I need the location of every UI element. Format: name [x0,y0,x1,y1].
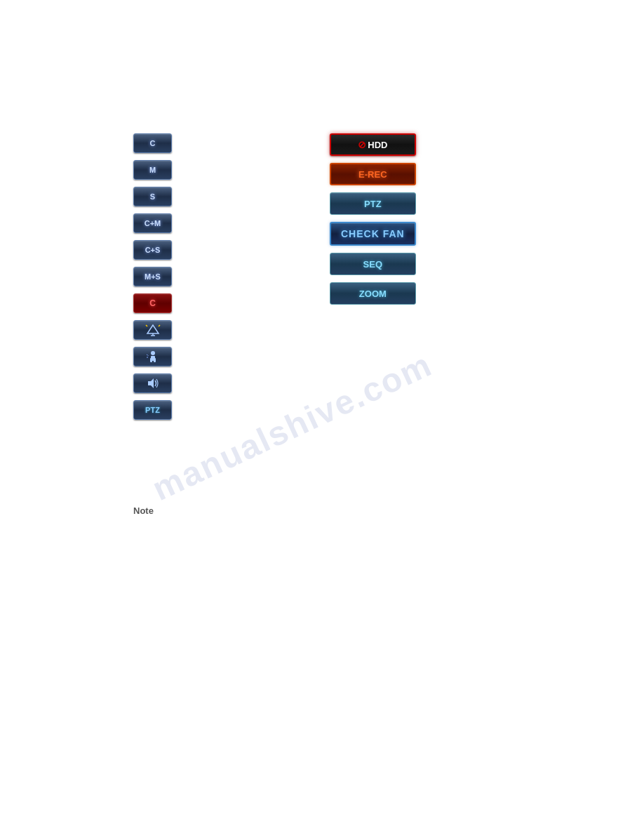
right-column: ⊘ HDD E-REC PTZ CHECK FAN SEQ ZOOM [330,133,416,305]
btn-motion[interactable] [133,347,172,366]
btn-zoom[interactable]: ZOOM [330,282,416,305]
btn-cs-label: C+S [145,246,161,254]
btn-seq[interactable]: SEQ [330,253,416,275]
svg-marker-11 [148,378,154,388]
btn-ptz-right-label: PTZ [364,199,382,209]
btn-ptz-right[interactable]: PTZ [330,192,416,215]
btn-erec-label: E-REC [358,169,387,180]
btn-ms-label: M+S [145,272,161,281]
alarm-icon [145,324,161,336]
svg-marker-0 [147,325,159,333]
btn-ms[interactable]: M+S [133,267,172,286]
btn-c[interactable]: C [133,133,172,153]
svg-line-9 [147,355,149,356]
audio-icon [145,377,161,390]
svg-rect-8 [154,358,156,362]
btn-ptz-left[interactable]: PTZ [133,400,172,420]
btn-erec[interactable]: E-REC [330,163,416,185]
svg-point-5 [151,351,155,355]
left-column: C M S C+M C+S M+S C [133,133,172,420]
btn-s-label: S [150,192,155,201]
btn-cm-label: C+M [145,219,161,227]
svg-rect-7 [150,358,152,362]
btn-c-label: C [150,139,156,147]
btn-cs[interactable]: C+S [133,240,172,260]
svg-line-4 [159,325,160,326]
no-sign-icon: ⊘ [358,139,366,150]
svg-line-3 [146,325,147,326]
btn-audio[interactable] [133,373,172,393]
btn-hdd[interactable]: ⊘ HDD [330,133,416,156]
btn-hdd-label: HDD [368,140,387,150]
btn-cm[interactable]: C+M [133,213,172,233]
btn-s[interactable]: S [133,187,172,206]
btn-red-c[interactable]: C [133,293,172,313]
btn-checkfan[interactable]: CHECK FAN [330,222,416,246]
motion-icon [145,350,161,363]
btn-ptz-left-label: PTZ [145,406,160,414]
watermark: manualshive.com [147,345,438,508]
btn-m-label: M [149,166,156,174]
btn-zoom-label: ZOOM [359,289,387,299]
btn-m[interactable]: M [133,160,172,180]
btn-seq-label: SEQ [363,259,382,270]
btn-checkfan-label: CHECK FAN [341,228,405,239]
btn-red-c-label: C [149,298,156,308]
btn-alarm[interactable] [133,320,172,340]
note-label: Note [133,505,154,516]
